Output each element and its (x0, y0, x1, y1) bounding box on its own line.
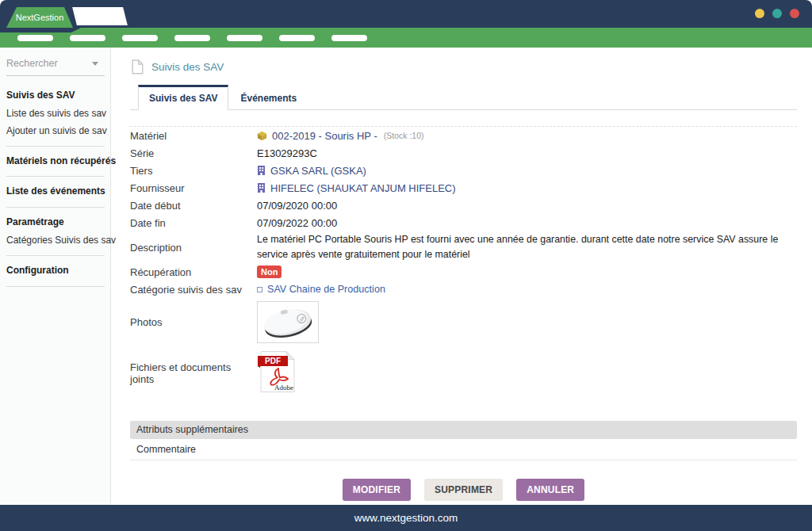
content-area: Rechercher Suivis des SAV Liste des suiv… (0, 48, 812, 505)
sidebar-divider (6, 207, 105, 208)
nav-pill[interactable] (17, 35, 53, 41)
detail-table: Matériel 002-2019 - Souris HP - (Stock :… (130, 126, 797, 399)
nav-pill[interactable] (174, 35, 210, 41)
window-controls (755, 9, 799, 18)
search-placeholder: Rechercher (6, 58, 58, 69)
action-buttons: MODIFIER SUPPRIMER ANNULER (130, 479, 797, 501)
main-menu-bar (0, 28, 812, 48)
top-bar: NextGestion (0, 0, 812, 28)
sidebar-divider (6, 286, 105, 287)
app-window: NextGestion Rechercher Suivis des SAV Li… (0, 0, 812, 531)
status-badge: Non (257, 266, 282, 278)
document-icon (132, 59, 144, 74)
date-fin-value: 07/09/2022 00:00 (257, 217, 337, 229)
window-dot-red[interactable] (790, 9, 799, 18)
nav-pill[interactable] (279, 35, 315, 41)
tab-bar: Suivis des SAV Événements (130, 85, 797, 110)
pdf-attachment[interactable]: PDF Adobe (257, 350, 298, 395)
pdf-brand-text: Adobe (274, 384, 293, 392)
field-label: Série (130, 147, 257, 159)
row-recuperation: Récupération Non (130, 263, 797, 281)
row-serie: Série E13029293C (130, 144, 797, 162)
description-value: Le matériel PC Portable Souris HP est fo… (257, 232, 797, 262)
sidebar-item-categories-suivis[interactable]: Catégories Suivis des sav (6, 235, 110, 246)
nav-pill[interactable] (227, 35, 262, 41)
sidebar-item-materiels-non-recuperes[interactable]: Matériels non récupérés (6, 155, 110, 166)
sidebar-item-liste-des-suivis[interactable]: Liste des suivis des sav (6, 108, 110, 119)
date-debut-value: 07/09/2020 00:00 (257, 200, 337, 212)
serie-value: E13029293C (257, 147, 317, 159)
row-date-debut: Date début 07/09/2020 00:00 (130, 197, 797, 214)
company-building-icon (257, 166, 266, 175)
field-label: Récupération (130, 266, 257, 278)
product-cube-icon (257, 131, 267, 141)
brand-name: NextGestion (16, 13, 64, 22)
row-fichiers: Fichiers et documents joints PDF Adobe (130, 346, 797, 399)
row-categorie: Catégorie suivis des sav SAV Chaine de P… (130, 281, 797, 298)
pdf-file-icon: PDF Adobe (257, 350, 298, 393)
tab-evenements[interactable]: Événements (228, 87, 308, 109)
category-square-icon (257, 287, 262, 292)
nav-pill[interactable] (70, 35, 105, 41)
nav-pill[interactable] (122, 35, 158, 41)
sidebar: Rechercher Suivis des SAV Liste des suiv… (0, 48, 111, 505)
pdf-banner-text: PDF (265, 357, 281, 365)
field-label: Description (130, 242, 257, 254)
sidebar-divider (6, 176, 105, 177)
cancel-button[interactable]: ANNULER (516, 479, 584, 501)
field-label: Tiers (130, 165, 257, 177)
window-dot-teal[interactable] (772, 9, 782, 18)
footer-url: www.nextgestion.com (354, 512, 458, 524)
fournisseur-link[interactable]: HIFELEC (SHAUKAT ANJUM HIFELEC) (270, 182, 456, 194)
sidebar-item-configuration[interactable]: Configuration (6, 265, 110, 276)
sidebar-item-parametrage[interactable]: Paramétrage (6, 216, 110, 227)
breadcrumb: Suivis des SAV (132, 59, 797, 74)
footer-bar: www.nextgestion.com (0, 505, 812, 531)
field-label: Photos (130, 316, 257, 328)
stock-note: (Stock :10) (384, 131, 424, 140)
photo-thumbnail[interactable] (257, 301, 319, 343)
tiers-link[interactable]: GSKA SARL (GSKA) (270, 165, 366, 177)
extra-attributes-header: Attributs supplémentaires (130, 421, 797, 439)
dropdown-caret-icon[interactable] (92, 62, 98, 66)
row-materiel: Matériel 002-2019 - Souris HP - (Stock :… (130, 127, 797, 144)
materiel-link[interactable]: 002-2019 - Souris HP - (272, 130, 377, 142)
nav-pill[interactable] (331, 35, 367, 41)
field-label: Date début (130, 200, 257, 212)
company-building-icon (257, 183, 266, 193)
row-fournisseur: Fournisseur HIFELEC (SHAUKAT ANJUM HIFEL… (130, 179, 797, 197)
mouse-photo-icon (258, 302, 318, 342)
brand-logo[interactable]: NextGestion (6, 7, 73, 28)
field-label: Fournisseur (130, 182, 257, 194)
sidebar-item-suivis-des-sav[interactable]: Suivis des SAV (6, 90, 110, 101)
search-input[interactable]: Rechercher (6, 55, 105, 76)
sidebar-item-liste-des-evenements[interactable]: Liste des événements (6, 185, 110, 197)
row-date-fin: Date fin 07/09/2022 00:00 (130, 214, 797, 231)
header-wedge-shape (0, 28, 81, 32)
main-panel: Suivis des SAV Suivis des SAV Événements… (111, 48, 812, 505)
field-label: Matériel (130, 130, 257, 142)
window-dot-yellow[interactable] (755, 9, 764, 18)
categorie-link[interactable]: SAV Chaine de Production (267, 284, 385, 295)
header-ribbon-shape (72, 7, 128, 25)
field-label: Catégorie suivis des sav (130, 284, 257, 296)
row-tiers: Tiers GSKA SARL (GSKA) (130, 162, 797, 179)
page-title: Suivis des SAV (151, 61, 224, 73)
comment-row: Commentaire (130, 439, 797, 460)
field-label: Date fin (130, 217, 257, 229)
sidebar-divider (6, 146, 105, 147)
field-label: Fichiers et documents joints (130, 361, 257, 385)
sidebar-item-ajouter-suivis[interactable]: Ajouter un suivis de sav (6, 125, 110, 136)
row-description: Description Le matériel PC Portable Sour… (130, 231, 797, 263)
row-photos: Photos (130, 298, 797, 346)
delete-button[interactable]: SUPPRIMER (424, 479, 503, 501)
modify-button[interactable]: MODIFIER (343, 479, 411, 501)
tab-suivis-des-sav[interactable]: Suivis des SAV (138, 85, 228, 110)
sidebar-divider (6, 255, 105, 256)
